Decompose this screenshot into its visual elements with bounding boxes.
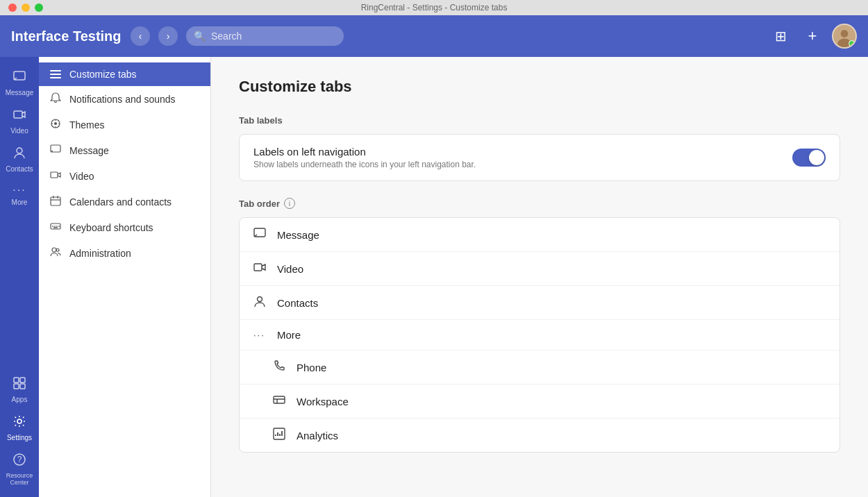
sidebar-item-apps[interactable]: Apps (0, 371, 39, 409)
labels-on-left-nav-content: Labels on left navigation Show labels un… (253, 146, 792, 169)
message-settings-icon (50, 144, 62, 157)
sidebar-item-contacts[interactable]: Contacts (0, 140, 39, 178)
labels-toggle[interactable] (792, 149, 826, 167)
settings-menu-label-themes: Themes (69, 119, 105, 130)
svg-point-5 (17, 148, 22, 153)
minimize-button[interactable] (22, 3, 30, 12)
tab-workspace-label: Workspace (297, 396, 349, 407)
left-nav: Message Video Contacts ··· More (0, 57, 39, 497)
svg-point-14 (54, 122, 57, 125)
header-right: ⊞ + (768, 24, 857, 49)
sidebar-item-more[interactable]: ··· More (0, 178, 39, 212)
apps-icon (12, 376, 26, 394)
close-button[interactable] (8, 3, 17, 12)
svg-text:?: ? (17, 455, 22, 464)
keyboard-icon (50, 221, 62, 234)
message-icon (12, 69, 26, 87)
settings-menu-label-calendars: Calendars and contacts (69, 196, 172, 208)
svg-rect-6 (14, 378, 19, 382)
administration-icon (50, 246, 62, 260)
tab-analytics-label: Analytics (297, 430, 338, 441)
svg-rect-39 (274, 428, 285, 439)
settings-menu-item-notifications[interactable]: Notifications and sounds (39, 86, 210, 112)
tab-order-info-icon[interactable]: i (284, 198, 295, 209)
tab-order-row-video[interactable]: Video (240, 252, 840, 286)
nav-forward-button[interactable]: › (158, 26, 178, 46)
tab-order-section-title: Tab order (239, 199, 280, 209)
content-area: Customize tabs Tab labels Labels on left… (211, 57, 868, 497)
tab-order-row-analytics[interactable]: Analytics (240, 419, 840, 452)
themes-icon (50, 118, 62, 131)
tab-order-row-more[interactable]: ··· More (240, 320, 840, 351)
tab-labels-section-title: Tab labels (239, 115, 840, 126)
sidebar-item-resource-center-label: ResourceCenter (6, 472, 33, 486)
tab-message-icon (253, 227, 269, 242)
notifications-icon (50, 92, 62, 106)
svg-point-31 (52, 248, 56, 252)
app-title: Interface Testing (11, 28, 122, 44)
tab-phone-icon (273, 360, 288, 375)
sidebar-item-video[interactable]: Video (0, 102, 39, 140)
svg-rect-21 (51, 197, 60, 205)
tab-phone-label: Phone (297, 362, 326, 373)
svg-point-1 (841, 30, 849, 37)
sidebar-item-settings-label: Settings (7, 434, 32, 441)
svg-rect-36 (274, 396, 285, 403)
sidebar-item-message-label: Message (6, 89, 34, 96)
tab-workspace-icon (273, 394, 288, 409)
settings-menu-item-video[interactable]: Video (39, 163, 210, 189)
svg-rect-4 (14, 111, 22, 118)
settings-menu-label-customize-tabs: Customize tabs (69, 69, 136, 80)
maximize-button[interactable] (35, 3, 43, 12)
settings-menu-item-keyboard[interactable]: Keyboard shortcuts (39, 214, 210, 240)
sidebar-item-video-label: Video (10, 127, 28, 135)
svg-point-10 (17, 419, 22, 423)
search-input[interactable] (186, 26, 344, 46)
tab-more-icon: ··· (253, 330, 269, 340)
avatar[interactable] (832, 24, 857, 49)
sidebar-item-settings[interactable]: Settings (0, 409, 39, 447)
settings-sidebar: Customize tabs Notifications and sounds (39, 57, 211, 497)
toggle-knob (809, 150, 824, 165)
svg-rect-20 (51, 172, 58, 178)
tab-labels-card: Labels on left navigation Show labels un… (239, 134, 840, 181)
labels-on-left-nav-row: Labels on left navigation Show labels un… (240, 135, 840, 180)
main-layout: Message Video Contacts ··· More (0, 57, 868, 497)
svg-point-32 (56, 248, 59, 251)
tab-order-row-workspace[interactable]: Workspace (240, 385, 840, 419)
svg-rect-8 (14, 384, 19, 389)
tab-message-label: Message (277, 229, 319, 241)
tab-order-card: Message Video (239, 217, 840, 453)
contacts-icon (12, 146, 26, 163)
settings-menu-label-message: Message (69, 145, 109, 156)
search-wrap: 🔍 (186, 26, 485, 46)
tab-order-section-header: Tab order i (239, 198, 840, 209)
sidebar-item-contacts-label: Contacts (6, 165, 33, 173)
svg-rect-9 (20, 384, 25, 389)
tab-video-label: Video (277, 263, 303, 275)
tab-analytics-icon (273, 428, 288, 443)
avatar-status (849, 40, 855, 47)
tab-more-label: More (277, 329, 301, 341)
settings-menu-item-administration[interactable]: Administration (39, 240, 210, 266)
labels-on-left-nav-subtitle: Show labels underneath the icons in your… (253, 160, 792, 169)
page-title: Customize tabs (239, 78, 840, 96)
tab-order-row-message[interactable]: Message (240, 218, 840, 252)
svg-rect-7 (20, 378, 25, 382)
sidebar-item-message[interactable]: Message (0, 64, 39, 102)
header: Interface Testing ‹ › 🔍 ⊞ + (0, 15, 868, 57)
svg-point-35 (258, 297, 262, 302)
window-title: RingCentral - Settings - Customize tabs (361, 3, 508, 12)
sidebar-item-resource-center[interactable]: ? ResourceCenter (0, 447, 39, 491)
titlebar: RingCentral - Settings - Customize tabs (0, 0, 868, 15)
nav-back-button[interactable]: ‹ (131, 26, 150, 46)
settings-menu-item-message[interactable]: Message (39, 137, 210, 163)
tab-order-row-contacts[interactable]: Contacts (240, 286, 840, 320)
window-controls[interactable] (8, 3, 43, 12)
settings-menu-item-themes[interactable]: Themes (39, 112, 210, 137)
add-button[interactable]: + (800, 24, 825, 49)
settings-menu-item-calendars[interactable]: Calendars and contacts (39, 189, 210, 214)
tab-order-row-phone[interactable]: Phone (240, 351, 840, 385)
settings-menu-item-customize-tabs[interactable]: Customize tabs (39, 62, 210, 86)
apps-grid-button[interactable]: ⊞ (768, 24, 793, 49)
